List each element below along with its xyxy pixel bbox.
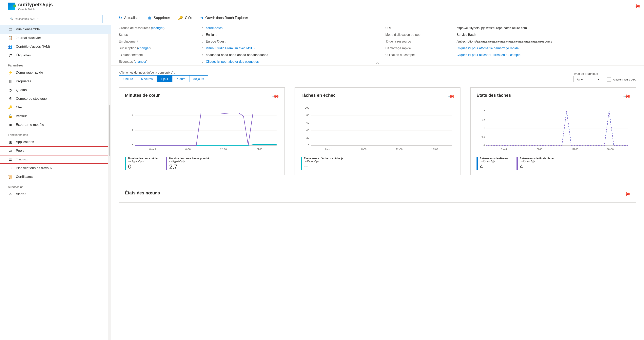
legend-title: Événements de fin de tâche…	[520, 157, 556, 160]
legend-color-bar	[301, 157, 302, 170]
time-range-option[interactable]: 1 heure	[119, 75, 137, 82]
svg-text:6h00: 6h00	[361, 148, 366, 151]
legend-color-bar	[125, 157, 126, 170]
alerts-icon: ⚠	[8, 192, 13, 196]
refresh-button[interactable]: ↻Actualiser	[119, 15, 140, 20]
utc-label: Afficher l'heure UTC	[613, 78, 636, 81]
search-input[interactable]	[15, 17, 100, 20]
sidebar-item-quota[interactable]: ◔Quotas	[0, 86, 111, 94]
sidebar-item-label: Propriétés	[16, 79, 31, 83]
sidebar-item-props[interactable]: |||Propriétés	[0, 77, 111, 86]
legend-color-bar	[166, 157, 167, 170]
card-title: États des nœuds	[125, 190, 630, 196]
sidebar-item-label: Quotas	[16, 88, 27, 92]
svg-text:1,5: 1,5	[482, 118, 485, 121]
resid-value: /subscriptions/aaaaaaaa-aaaa-aaaa-aaaaa-…	[457, 40, 636, 43]
svg-text:40: 40	[306, 129, 309, 132]
rg-change-link[interactable]: changer	[152, 26, 164, 30]
sidebar-item-sched[interactable]: ⏱Planifications de travaux	[0, 164, 111, 172]
search-icon: 🔍	[10, 17, 13, 20]
subid-label: ID d'abonnement	[119, 53, 202, 57]
time-range-option[interactable]: 30 jours	[190, 75, 208, 82]
sidebar-item-tag[interactable]: 🏷Étiquettes	[0, 51, 111, 60]
chart-task-states: 00,511,528 avril6h0012h0018h00	[476, 106, 630, 151]
svg-text:20: 20	[306, 136, 309, 139]
sidebar-item-label: Démarrage rapide	[16, 71, 43, 74]
quickstart-link[interactable]: Cliquez ici pour afficher le démarrage r…	[457, 46, 519, 50]
sidebar-item-label: Planifications de travaux	[16, 166, 52, 170]
poolmode-label: Mode d'allocation de pool	[386, 33, 453, 36]
tag-icon: 🏷	[8, 53, 13, 57]
legend-title: Événements de démarr…	[480, 157, 510, 160]
sidebar-item-apps[interactable]: ▣Applications	[0, 138, 111, 146]
sidebar-item-certs[interactable]: 📜Certificates	[0, 172, 111, 181]
sub-value-link[interactable]: Visual Studio Premium avec MSDN	[206, 46, 256, 50]
usage-link[interactable]: Cliquez ici pour afficher l'utilisation …	[457, 53, 521, 56]
utc-checkbox[interactable]	[607, 77, 611, 81]
sidebar-item-keys[interactable]: 🔑Clés	[0, 103, 111, 112]
time-range-option[interactable]: 1 jour	[157, 75, 172, 82]
time-range-option[interactable]: 7 jours	[172, 75, 190, 82]
key-icon: 🔑	[178, 15, 183, 20]
sidebar-item-activity[interactable]: 📋Journal d'activité	[0, 34, 111, 42]
storage-icon: 🗄	[8, 97, 13, 101]
sidebar-item-iam[interactable]: 👥Contrôle d'accès (IAM)	[0, 42, 111, 51]
sidebar-item-storage[interactable]: 🗄Compte de stockage	[0, 94, 111, 103]
sidebar-item-locks[interactable]: 🔒Verrous	[0, 112, 111, 120]
collapse-sidebar-icon[interactable]: «	[105, 16, 107, 21]
open-external-icon: ➲	[200, 15, 203, 20]
chart-type-select[interactable]: Ligne	[574, 76, 601, 82]
sidebar-item-label: Journal d'activité	[16, 36, 41, 40]
sidebar-item-label: Travaux	[16, 157, 28, 161]
resid-label: ID de la ressource	[386, 40, 453, 43]
delete-button[interactable]: 🗑Supprimer	[148, 16, 170, 20]
open-explorer-button[interactable]: ➲Ouvrir dans Batch Explorer	[200, 15, 248, 20]
sidebar-section-supervision: Supervision	[0, 181, 111, 190]
sub-change-link[interactable]: changer	[138, 46, 150, 50]
url-value: https://cutifypets5pjs.westeurope.batch.…	[457, 26, 636, 30]
command-bar: ↻Actualiser 🗑Supprimer 🔑Clés ➲Ouvrir dan…	[111, 12, 644, 24]
quick-label: Démarrage rapide	[386, 46, 453, 50]
sidebar-item-pools[interactable]: 🗂Pools	[0, 146, 111, 155]
sidebar-item-label: Clés	[16, 105, 22, 109]
svg-text:12h00: 12h00	[572, 148, 578, 151]
sidebar-item-alerts[interactable]: ⚠Alertes	[0, 190, 111, 198]
tags-add-link[interactable]: Cliquez ici pour ajouter des étiquettes	[206, 60, 259, 63]
sidebar-item-export[interactable]: 🖥Exporter le modèle	[0, 120, 111, 129]
svg-text:80: 80	[306, 114, 309, 117]
legend-value: 4	[480, 163, 510, 170]
sidebar-item-jobs[interactable]: ☰Travaux	[0, 155, 111, 164]
svg-text:8 avril: 8 avril	[149, 148, 156, 151]
tags-change-link[interactable]: changer	[135, 60, 146, 63]
sidebar-scrollbar[interactable]	[108, 34, 111, 340]
sidebar-search[interactable]: 🔍	[8, 15, 103, 23]
legend-subtitle: cutifypets5pjs	[520, 160, 556, 163]
resource-icon	[8, 2, 15, 10]
legend-item: Événements de fin de tâche… cutifypets5p…	[516, 157, 556, 170]
card-title: Tâches en échec	[301, 93, 454, 98]
sidebar-item-label: Applications	[16, 140, 34, 144]
sub-label: Subscription	[119, 46, 136, 50]
legend-value: 0	[128, 163, 160, 170]
dashboard: Afficher les données du/de la dernier(èr…	[111, 66, 644, 208]
sidebar-item-label: Étiquettes	[16, 53, 31, 57]
sidebar-item-quickstart[interactable]: ⚡Démarrage rapide	[0, 68, 111, 77]
tags-label: Étiquettes	[119, 60, 133, 63]
keys-button[interactable]: 🔑Clés	[178, 15, 192, 20]
sidebar-item-overview[interactable]: 🗔Vue d'ensemble	[0, 25, 111, 34]
legend-color-bar	[516, 157, 518, 170]
collapse-essentials-icon[interactable]: ︽	[376, 60, 379, 65]
legend-subtitle: cutifypets5pjs	[128, 160, 160, 163]
time-range-option[interactable]: 6 heures	[137, 75, 157, 82]
svg-text:4: 4	[132, 114, 133, 117]
svg-text:0: 0	[484, 144, 485, 147]
main-content: ↻Actualiser 🗑Supprimer 🔑Clés ➲Ouvrir dan…	[111, 12, 644, 340]
card-title: États des tâches	[476, 93, 630, 98]
sidebar-section-settings: Paramètres	[0, 60, 111, 68]
sidebar-section-features: Fonctionnalités	[0, 129, 111, 138]
svg-text:8 avril: 8 avril	[325, 148, 332, 151]
rg-value-link[interactable]: azure-batch	[206, 26, 223, 30]
location-label: Emplacement	[119, 40, 202, 43]
jobs-icon: ☰	[8, 157, 13, 161]
pin-icon[interactable]: 📌	[633, 2, 641, 10]
